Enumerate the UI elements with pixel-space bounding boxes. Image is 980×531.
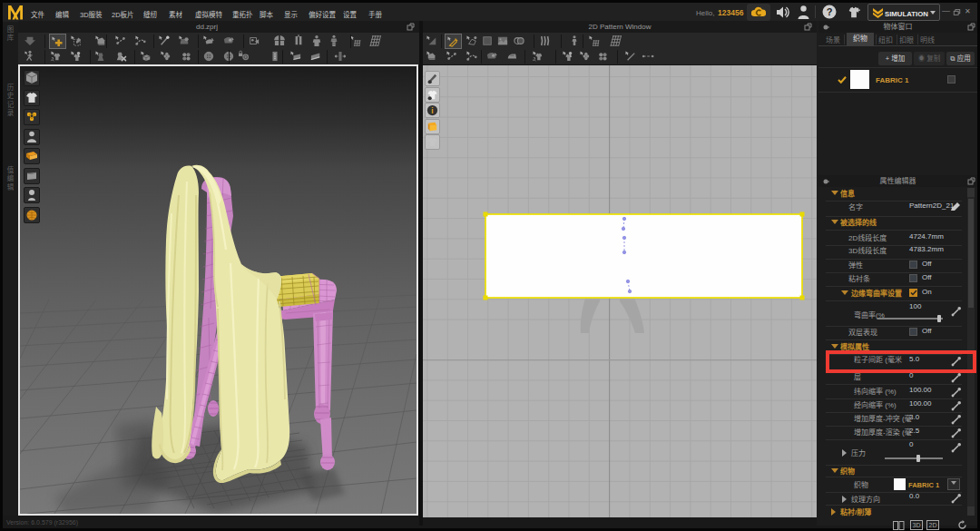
svg-text:?: ? bbox=[827, 6, 833, 17]
svg-text:i: i bbox=[431, 106, 433, 115]
